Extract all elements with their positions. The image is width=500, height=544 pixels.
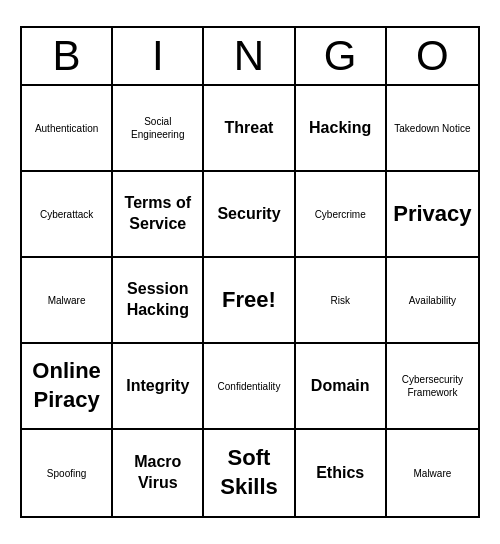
bingo-cell-10: Malware — [22, 258, 113, 344]
bingo-cell-15: Online Piracy — [22, 344, 113, 430]
cell-text-19: Cybersecurity Framework — [391, 373, 474, 399]
bingo-cell-18: Domain — [296, 344, 387, 430]
bingo-cell-19: Cybersecurity Framework — [387, 344, 478, 430]
bingo-cell-20: Spoofing — [22, 430, 113, 516]
cell-text-16: Integrity — [126, 376, 189, 397]
cell-text-22: Soft Skills — [208, 444, 289, 501]
cell-text-4: Takedown Notice — [394, 122, 470, 135]
bingo-cell-13: Risk — [296, 258, 387, 344]
cell-text-13: Risk — [330, 294, 349, 307]
bingo-cell-2: Threat — [204, 86, 295, 172]
bingo-cell-9: Privacy — [387, 172, 478, 258]
bingo-cell-7: Security — [204, 172, 295, 258]
bingo-grid: AuthenticationSocial EngineeringThreatHa… — [22, 86, 478, 516]
cell-text-17: Confidentiality — [218, 380, 281, 393]
header-letter-b: B — [22, 28, 113, 84]
bingo-cell-8: Cybercrime — [296, 172, 387, 258]
bingo-cell-3: Hacking — [296, 86, 387, 172]
header-letter-o: O — [387, 28, 478, 84]
header-letter-g: G — [296, 28, 387, 84]
cell-text-0: Authentication — [35, 122, 98, 135]
cell-text-3: Hacking — [309, 118, 371, 139]
cell-text-23: Ethics — [316, 463, 364, 484]
cell-text-12: Free! — [222, 286, 276, 315]
bingo-cell-14: Availability — [387, 258, 478, 344]
cell-text-15: Online Piracy — [26, 357, 107, 414]
cell-text-20: Spoofing — [47, 467, 86, 480]
cell-text-9: Privacy — [393, 200, 471, 229]
bingo-cell-23: Ethics — [296, 430, 387, 516]
bingo-cell-5: Cyberattack — [22, 172, 113, 258]
cell-text-11: Session Hacking — [117, 279, 198, 321]
bingo-card: BINGO AuthenticationSocial EngineeringTh… — [20, 26, 480, 518]
cell-text-10: Malware — [48, 294, 86, 307]
cell-text-6: Terms of Service — [117, 193, 198, 235]
cell-text-7: Security — [217, 204, 280, 225]
cell-text-24: Malware — [413, 467, 451, 480]
bingo-cell-4: Takedown Notice — [387, 86, 478, 172]
bingo-cell-22: Soft Skills — [204, 430, 295, 516]
header-letter-n: N — [204, 28, 295, 84]
cell-text-21: Macro Virus — [117, 452, 198, 494]
cell-text-8: Cybercrime — [315, 208, 366, 221]
bingo-header: BINGO — [22, 28, 478, 86]
bingo-cell-21: Macro Virus — [113, 430, 204, 516]
bingo-cell-11: Session Hacking — [113, 258, 204, 344]
bingo-cell-0: Authentication — [22, 86, 113, 172]
cell-text-2: Threat — [225, 118, 274, 139]
cell-text-18: Domain — [311, 376, 370, 397]
cell-text-1: Social Engineering — [117, 115, 198, 141]
bingo-cell-12: Free! — [204, 258, 295, 344]
bingo-cell-24: Malware — [387, 430, 478, 516]
cell-text-5: Cyberattack — [40, 208, 93, 221]
cell-text-14: Availability — [409, 294, 456, 307]
bingo-cell-1: Social Engineering — [113, 86, 204, 172]
header-letter-i: I — [113, 28, 204, 84]
bingo-cell-16: Integrity — [113, 344, 204, 430]
bingo-cell-17: Confidentiality — [204, 344, 295, 430]
bingo-cell-6: Terms of Service — [113, 172, 204, 258]
